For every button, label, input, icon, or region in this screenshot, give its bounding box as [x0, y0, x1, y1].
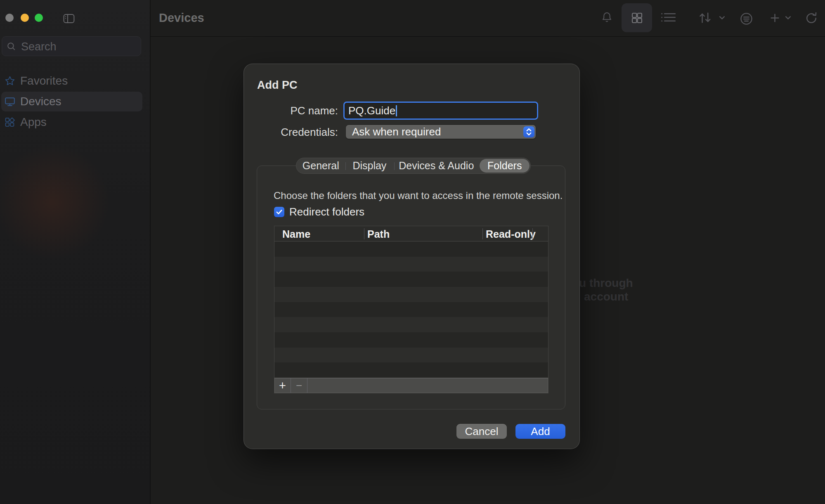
tab-general[interactable]: General: [296, 158, 345, 173]
grid-view-button[interactable]: [622, 3, 652, 32]
credentials-label: Credentials:: [244, 126, 338, 139]
display-icon: [5, 96, 15, 107]
remove-folder-button[interactable]: −: [291, 378, 307, 393]
topbar-divider: [151, 36, 825, 37]
column-separator: [482, 228, 483, 239]
sidebar-divider: [150, 0, 151, 504]
dialog-title: Add PC: [257, 79, 298, 92]
pc-name-input[interactable]: PQ.Guide: [343, 102, 538, 120]
column-header-name[interactable]: Name: [282, 228, 310, 240]
background-text-line1: u through: [579, 277, 633, 290]
tab-devices-audio[interactable]: Devices & Audio: [394, 158, 479, 173]
table-row[interactable]: [274, 302, 548, 317]
tab-display[interactable]: Display: [345, 158, 394, 173]
page-title: Devices: [159, 11, 204, 25]
table-row[interactable]: [274, 272, 548, 287]
add-button[interactable]: Add: [515, 424, 565, 439]
refresh-icon[interactable]: [804, 11, 819, 25]
redirect-folders-label: Redirect folders: [289, 206, 364, 218]
folders-table: Name Path Read-only + −: [274, 226, 548, 393]
tab-separator: [345, 162, 346, 170]
sidebar-item-label: Apps: [20, 116, 47, 129]
list-view-icon[interactable]: [661, 12, 676, 22]
cancel-button[interactable]: Cancel: [456, 424, 507, 439]
star-icon: [5, 76, 15, 86]
column-separator: [532, 228, 533, 239]
sidebar-item-label: Favorites: [20, 74, 68, 88]
zoom-button[interactable]: [35, 14, 43, 22]
table-row[interactable]: [274, 362, 548, 378]
tab-folders[interactable]: Folders: [480, 159, 530, 173]
sidebar: Search Favorites Devices: [0, 0, 150, 504]
grid-view-icon: [631, 12, 643, 24]
app-window: Search Favorites Devices: [0, 0, 825, 504]
sort-icon[interactable]: [698, 11, 713, 25]
table-footer: + −: [274, 378, 548, 393]
table-row[interactable]: [274, 287, 548, 302]
sort-chevron-down-icon[interactable]: [719, 16, 725, 20]
add-icon[interactable]: [770, 13, 780, 23]
add-chevron-down-icon[interactable]: [785, 16, 791, 20]
tab-separator: [394, 162, 395, 170]
background-text-line2: account: [584, 290, 628, 303]
search-input[interactable]: Search: [2, 36, 141, 56]
sidebar-item-apps[interactable]: Apps: [1, 112, 142, 132]
pc-name-label: PC name:: [244, 104, 338, 117]
redirect-folders-checkbox[interactable]: [274, 207, 284, 217]
table-body[interactable]: [274, 241, 548, 378]
filter-icon[interactable]: [740, 12, 753, 26]
dropdown-stepper-icon: [523, 126, 534, 137]
sidebar-item-favorites[interactable]: Favorites: [1, 71, 142, 91]
table-row[interactable]: [274, 332, 548, 348]
apps-icon: [5, 117, 15, 128]
search-placeholder: Search: [21, 40, 57, 53]
sidebar-glow: [0, 140, 116, 264]
column-header-path[interactable]: Path: [367, 228, 390, 240]
table-row[interactable]: [274, 317, 548, 332]
folders-description: Choose the folders that you want to acce…: [274, 190, 563, 201]
sidebar-item-label: Devices: [20, 95, 61, 108]
tab-bar: General Display Devices & Audio Folders: [296, 158, 531, 174]
credentials-value: Ask when required: [352, 125, 441, 138]
text-caret: [396, 105, 397, 116]
bell-icon[interactable]: [601, 11, 613, 24]
credentials-dropdown[interactable]: Ask when required: [346, 125, 536, 139]
sidebar-toggle-icon[interactable]: [62, 13, 76, 24]
column-header-readonly[interactable]: Read-only: [486, 228, 536, 240]
add-pc-dialog: Add PC PC name: PQ.Guide Credentials: As…: [243, 64, 580, 449]
column-separator: [364, 228, 364, 239]
table-row[interactable]: [274, 348, 548, 363]
table-row[interactable]: [274, 241, 548, 257]
pc-name-value: PQ.Guide: [348, 104, 395, 117]
sidebar-item-devices[interactable]: Devices: [1, 92, 142, 111]
search-icon: [6, 41, 17, 52]
table-row[interactable]: [274, 257, 548, 272]
add-folder-button[interactable]: +: [274, 378, 291, 393]
close-button[interactable]: [5, 14, 14, 22]
minimize-button[interactable]: [21, 14, 29, 22]
table-header: Name Path Read-only: [274, 226, 548, 241]
